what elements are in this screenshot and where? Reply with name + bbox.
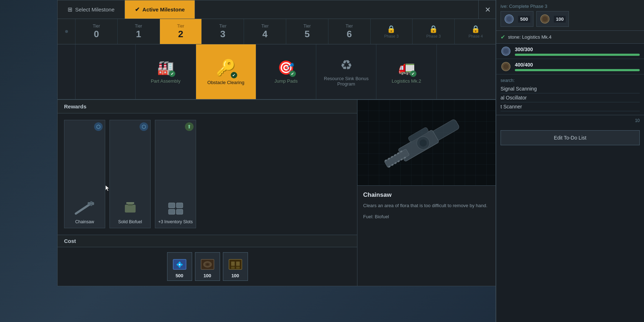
- item-name: Chainsaw: [363, 191, 491, 199]
- milestone-modal: ⊞ Select Milestone ✔ Active Milestone ✕ …: [57, 0, 497, 286]
- svg-point-41: [507, 16, 512, 21]
- tier-1[interactable]: Tier 1: [118, 19, 160, 44]
- reward-chainsaw-badge: ⬡: [94, 122, 103, 131]
- milestone-resource-sink[interactable]: ♻ Resource Sink Bonus Program: [316, 44, 376, 99]
- cost-wood[interactable]: 100: [195, 252, 220, 281]
- content-area: Rewards ⬡ Chainsaw ⬡: [58, 100, 497, 286]
- search-result-2[interactable]: al Oscillator: [501, 93, 640, 102]
- item-preview: [357, 100, 497, 186]
- prog-bar-2: [515, 69, 640, 71]
- resource-sink-icon: ♻: [340, 57, 352, 73]
- obstacle-label: Obstacle Clearing: [208, 80, 244, 85]
- svg-point-16: [206, 263, 209, 265]
- prog-info-2: 400/400: [515, 62, 640, 71]
- lock-icon-7: 🔒: [387, 25, 396, 33]
- prog-bar-wrap-2: [515, 69, 640, 71]
- item-desc: Clears an area of flora that is too diff…: [363, 202, 491, 210]
- cost-section: Cost 💠 500: [58, 235, 357, 286]
- reward-chainsaw[interactable]: ⬡ Chainsaw: [64, 120, 105, 228]
- cost-wood-icon: [200, 259, 215, 272]
- search-result-3[interactable]: t Scanner: [501, 102, 640, 111]
- check-icon: ✔: [135, 6, 140, 13]
- inventory-reward-icon: [167, 199, 185, 217]
- side-item-2-icon: [540, 14, 550, 24]
- jump-pads-check: ✔: [289, 70, 296, 77]
- svg-rect-9: [169, 209, 175, 214]
- lock-icon-9: 🔒: [471, 25, 480, 33]
- svg-rect-8: [176, 203, 183, 208]
- logistics-label: Logistics Mk.2: [392, 78, 421, 84]
- chainsaw-reward-icon: [74, 199, 96, 217]
- prog-bar-1: [515, 54, 640, 56]
- svg-point-45: [503, 49, 508, 54]
- side-item-2-count: 100: [554, 16, 566, 23]
- tier-5[interactable]: Tier 5: [286, 19, 328, 44]
- side-panel: ive: Complete Phase 3 500 100 ✔ st: [496, 0, 644, 322]
- milestone-check-icon: ✔: [501, 34, 505, 40]
- tab-select-milestone[interactable]: ⊞ Select Milestone: [58, 0, 125, 19]
- obstacle-check: ✔: [231, 72, 237, 78]
- svg-rect-19: [236, 262, 240, 266]
- tier-7[interactable]: 🔒 Phase 3: [371, 19, 413, 44]
- milestone-jump-pads[interactable]: 🎯 ✔ Jump Pads: [256, 44, 316, 99]
- progress-items-row: 500 100: [501, 11, 640, 27]
- complete-phase-title: ive: Complete Phase 3: [501, 4, 640, 9]
- tier-0[interactable]: Tier 0: [75, 19, 118, 44]
- reward-inventory-badge: ⬆: [185, 122, 194, 131]
- prog-count-2: 400/400: [515, 62, 640, 68]
- cost-biomass-icon: [228, 259, 243, 272]
- reward-solid-biofuel[interactable]: ⬡ Solid Biofuel: [109, 120, 151, 228]
- part-assembly-icon-wrap: 🏭 ✔: [157, 60, 174, 75]
- milestone-row: 🏭 ✔ Part Assembly 🔑 ✔ Obstacle Clearing …: [58, 44, 497, 100]
- edit-todo-button[interactable]: Edit To-Do List: [501, 130, 640, 145]
- part-assembly-check: ✔: [169, 70, 175, 77]
- prog-icon-2: [501, 61, 511, 72]
- side-milestone-row: ✔ stone: Logistics Mk.4: [496, 31, 644, 44]
- logistics-check: ✔: [410, 70, 416, 77]
- logistics-icon-wrap: 🚛 ✔: [398, 60, 415, 75]
- tier-9[interactable]: 🔒 Phase 4: [455, 19, 497, 44]
- tier-2[interactable]: Tier 2: [160, 19, 202, 44]
- rewards-panel: Rewards ⬡ Chainsaw ⬡: [58, 100, 357, 286]
- svg-point-3: [90, 204, 92, 206]
- tier-8[interactable]: 🔒 Phase 3: [413, 19, 455, 44]
- tier-row: Tier 0 Tier 1 Tier 2 Tier 3 Tier 4 Tier …: [58, 19, 497, 44]
- rewards-grid: ⬡ Chainsaw ⬡: [58, 113, 357, 235]
- search-result-1[interactable]: Signal Scanning: [501, 84, 640, 93]
- side-progress-section: 300/300 400/400: [496, 44, 644, 74]
- tier-6[interactable]: Tier 6: [328, 19, 371, 44]
- cost-leaves-count: 500: [176, 273, 184, 278]
- reward-inventory-slots[interactable]: ⬆ +3 Inventory Slots: [155, 120, 196, 228]
- chainsaw-illustration: [377, 107, 477, 179]
- prog-count-1: 300/300: [515, 47, 640, 52]
- cost-biomass[interactable]: 100: [223, 252, 248, 281]
- svg-rect-18: [231, 262, 235, 266]
- item-info: Chainsaw Clears an area of flora that is…: [357, 186, 497, 286]
- tab-bar: ⊞ Select Milestone ✔ Active Milestone ✕: [58, 0, 497, 19]
- side-progress-item-1[interactable]: 500: [501, 11, 533, 27]
- side-search-section: search: Signal Scanning al Oscillator t …: [496, 74, 644, 115]
- tier-4[interactable]: Tier 4: [244, 19, 286, 44]
- side-progress-item-2[interactable]: 100: [536, 11, 569, 27]
- cost-wood-count: 100: [204, 273, 211, 278]
- cost-leaves[interactable]: 💠 500: [167, 252, 192, 281]
- svg-rect-4: [125, 205, 136, 213]
- tier-3[interactable]: Tier 3: [202, 19, 244, 44]
- milestone-empty-2: [437, 44, 497, 99]
- tier-spacer: [58, 19, 75, 44]
- rewards-header: Rewards: [58, 100, 357, 113]
- reward-chainsaw-label: Chainsaw: [75, 219, 94, 224]
- milestone-obstacle-clearing[interactable]: 🔑 ✔ Obstacle Clearing: [196, 44, 256, 99]
- milestone-part-assembly[interactable]: 🏭 ✔ Part Assembly: [136, 44, 196, 99]
- svg-rect-6: [126, 202, 134, 204]
- progress-row-2: 400/400: [496, 59, 644, 74]
- reward-inventory-label: +3 Inventory Slots: [158, 219, 192, 224]
- svg-rect-21: [236, 267, 240, 269]
- tab-active-milestone[interactable]: ✔ Active Milestone: [125, 0, 195, 19]
- milestone-logistics[interactable]: 🚛 ✔ Logistics Mk.2: [376, 44, 436, 99]
- milestone-spacer: [58, 44, 75, 99]
- item-fuel: Fuel: Biofuel: [363, 214, 491, 219]
- close-button[interactable]: ✕: [478, 0, 497, 19]
- svg-point-43: [542, 16, 547, 21]
- prog-info-1: 300/300: [515, 47, 640, 56]
